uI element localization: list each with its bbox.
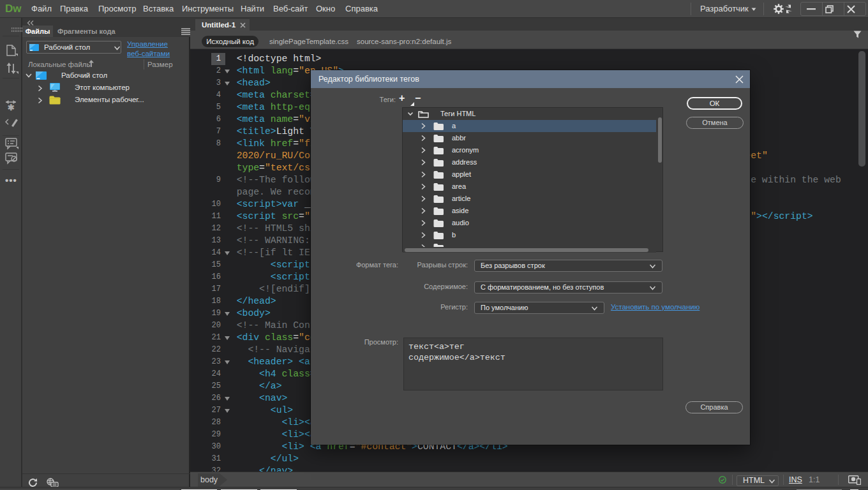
svg-text:✱: ✱ (8, 103, 15, 112)
